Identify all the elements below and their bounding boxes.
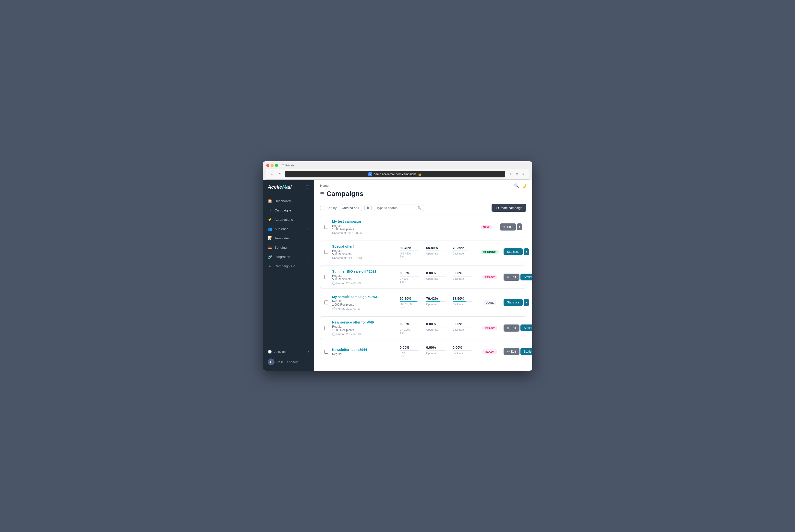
edit-button[interactable]: ✏ Edit xyxy=(504,273,520,281)
campaign-status: NEW xyxy=(476,225,496,229)
sidebar-label-automations: Automations xyxy=(274,218,293,222)
campaign-name[interactable]: New service offer for #VIP xyxy=(332,320,375,324)
row-checkbox[interactable] xyxy=(324,326,328,330)
row-checkbox[interactable] xyxy=(324,350,328,354)
sidebar-item-campaigns[interactable]: ✈ Campaigns xyxy=(263,206,314,215)
edit-button[interactable]: ✏ Edit xyxy=(500,224,516,230)
sidebar-item-audience[interactable]: 👥 Audience › xyxy=(263,224,314,233)
open-rate-label: Open rate xyxy=(426,252,446,255)
campaigns-icon: ✈ xyxy=(268,208,272,212)
breadcrumb: Home xyxy=(320,184,329,187)
click-rate-label: Click rate xyxy=(453,352,472,355)
sidebar-item-sending[interactable]: 📤 Sending › xyxy=(263,243,314,252)
maximize-button[interactable] xyxy=(275,164,278,167)
campaign-info: My test campaign Regular 1,000 Recipient… xyxy=(332,219,396,234)
open-stat: 65.80% Open rate xyxy=(426,246,446,258)
sidebar-item-activities[interactable]: 🕐 Activities ↗ xyxy=(263,347,314,356)
main-content: Home 🔍 🌙 ☰ Campaigns Sort by Created at … xyxy=(314,180,532,371)
row-checkbox[interactable] xyxy=(324,250,328,254)
sidebar-item-dashboard[interactable]: 🏠 Dashboard xyxy=(263,196,314,206)
table-row: New service offer for #VIP Regular 1,000… xyxy=(320,317,526,339)
campaign-actions: Statistics ▾ xyxy=(504,248,529,255)
sent-percent: 0.00% xyxy=(400,322,419,326)
search-input[interactable] xyxy=(377,206,416,210)
campaign-date: Updated at: 2017-07-13 xyxy=(332,256,396,260)
campaign-name[interactable]: Special offer! xyxy=(332,245,354,248)
back-button[interactable]: ← xyxy=(270,172,275,177)
page-title: Campaigns xyxy=(326,190,363,198)
campaign-name[interactable]: Newsletter test #8044 xyxy=(332,348,367,352)
statistics-button[interactable]: Statistics xyxy=(521,348,532,355)
minimize-button[interactable] xyxy=(271,164,274,167)
create-campaign-button[interactable]: + Create campaign xyxy=(491,204,526,212)
status-badge: SENDING xyxy=(481,250,499,254)
campaign-status: SENDING xyxy=(480,250,500,254)
list-icon: ☰ xyxy=(320,191,324,196)
sidebar-item-automations[interactable]: ⚡ Automations xyxy=(263,215,314,224)
sent-count: 0 / 0 xyxy=(400,352,419,355)
more-button[interactable]: ▾ xyxy=(524,299,529,306)
sent-bar-fill xyxy=(400,301,417,302)
filter-button[interactable]: ⇅ xyxy=(364,205,372,211)
sidebar-user-profile[interactable]: JK Jolie Kennedy › xyxy=(263,356,314,368)
status-badge: DONE xyxy=(483,301,496,305)
click-percent: 0.00% xyxy=(453,271,472,275)
row-checkbox[interactable] xyxy=(324,225,328,229)
select-all-checkbox[interactable] xyxy=(320,206,324,210)
open-bar-fill xyxy=(426,301,440,302)
campaign-name[interactable]: My test campaign xyxy=(332,220,361,224)
sidebar-item-integration[interactable]: 🔗 Integration › xyxy=(263,252,314,261)
download-icon[interactable]: ⬇ xyxy=(508,172,512,177)
campaign-info: New service offer for #VIP Regular 1,000… xyxy=(332,320,396,336)
click-rate-label: Click rate xyxy=(453,303,472,306)
statistics-button[interactable]: Statistics xyxy=(504,299,523,306)
sidebar-item-templates[interactable]: 📝 Templates xyxy=(263,233,314,243)
refresh-button[interactable]: ↻ xyxy=(277,172,283,177)
campaign-type: Regular xyxy=(332,325,396,328)
click-rate-label: Click rate xyxy=(453,277,472,280)
templates-icon: 📝 xyxy=(268,236,272,240)
row-checkbox[interactable] xyxy=(324,301,328,304)
user-chevron-icon: › xyxy=(308,360,310,364)
automations-icon: ⚡ xyxy=(268,217,272,222)
sidebar-logo-area: AcelleMail ☰ xyxy=(263,180,314,194)
integration-icon: 🔗 xyxy=(268,254,272,259)
sidebar-toggle-icon[interactable]: ☰ xyxy=(306,185,309,189)
theme-icon[interactable]: 🌙 xyxy=(521,183,526,188)
edit-button[interactable]: ✏ Edit xyxy=(504,324,520,331)
open-bar xyxy=(426,251,446,251)
campaign-actions: ✏ Edit ▾ xyxy=(500,224,522,230)
sidebar-label-audience: Audience xyxy=(274,227,288,231)
statistics-button[interactable]: Statistics xyxy=(521,324,532,331)
sending-icon: 📤 xyxy=(268,245,272,250)
row-checkbox[interactable] xyxy=(324,275,328,279)
search-icon[interactable]: 🔍 xyxy=(514,183,519,188)
sent-label: Sent xyxy=(400,280,419,283)
click-bar xyxy=(453,301,472,302)
sort-dropdown[interactable]: Created at ▾ xyxy=(339,205,362,211)
sent-percent: 0.00% xyxy=(400,345,419,349)
click-stat: 0.00% Click rate xyxy=(453,271,472,283)
address-bar[interactable]: M demo.acellemail.com/campaigns 🔒 xyxy=(285,171,505,177)
statistics-button[interactable]: Statistics xyxy=(521,273,532,281)
sidebar-item-campaign-api[interactable]: ⚙ Campaign API xyxy=(263,261,314,271)
click-bar xyxy=(453,251,472,251)
sidebar-label-campaigns: Campaigns xyxy=(274,209,291,212)
stats-group: 92.40% 462 / 500 Sent 65.80% Open rate 7… xyxy=(400,246,472,258)
campaign-name[interactable]: Summer BIG sale off #2021 xyxy=(332,269,376,273)
avatar: JK xyxy=(268,359,274,365)
new-tab-icon[interactable]: + xyxy=(521,172,525,177)
sidebar-bottom: 🕐 Activities ↗ JK Jolie Kennedy › xyxy=(263,344,314,371)
more-button[interactable]: ▾ xyxy=(517,224,522,230)
campaign-actions: ✏ Edit Statistics ▾ xyxy=(504,348,532,355)
edit-button[interactable]: ✏ Edit xyxy=(504,348,520,355)
statistics-button[interactable]: Statistics xyxy=(504,248,523,255)
more-button[interactable]: ▾ xyxy=(524,248,529,255)
campaign-name[interactable]: My sample campaign #02931 xyxy=(332,295,379,299)
sent-label: Sent xyxy=(400,331,419,334)
close-button[interactable] xyxy=(266,164,269,167)
table-row: Newsletter test #8044 Regular 0.00% 0 / … xyxy=(320,342,526,361)
share-icon[interactable]: ⬆ xyxy=(514,172,520,177)
click-bar xyxy=(453,327,472,327)
sent-bar-fill xyxy=(400,251,418,251)
